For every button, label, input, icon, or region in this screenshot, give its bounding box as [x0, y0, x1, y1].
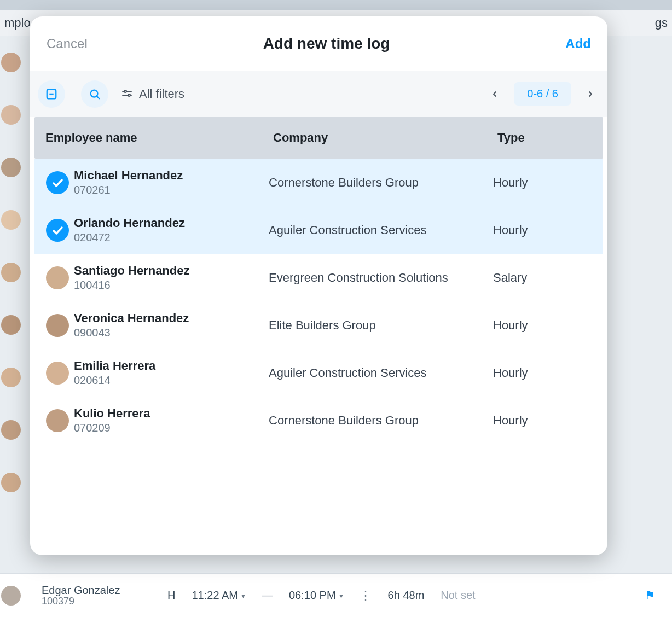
employee-name: Orlando Hernandez — [74, 216, 263, 230]
employee-row[interactable]: Orlando Hernandez020472Aguiler Construct… — [34, 206, 603, 254]
bg-bar — [0, 0, 672, 10]
employee-company: Aguiler Construction Services — [269, 366, 493, 380]
employee-id: 070261 — [74, 184, 263, 196]
employee-row[interactable]: Santiago Hernandez100416Evergreen Constr… — [34, 254, 603, 301]
sliders-icon — [120, 88, 134, 101]
pagination: 0-6 / 6 — [485, 82, 600, 106]
page-indicator[interactable]: 0-6 / 6 — [514, 82, 571, 106]
employee-company: Cornerstone Builders Group — [269, 176, 493, 190]
bg-cost: Not set — [441, 589, 475, 602]
employee-type: Hourly — [493, 318, 596, 333]
employee-id: 020614 — [74, 374, 263, 387]
bg-left-label: mplo — [4, 16, 31, 30]
avatar — [1, 263, 21, 282]
employee-id: 070209 — [74, 422, 263, 434]
employee-id: 090043 — [74, 327, 263, 339]
avatar — [1, 586, 21, 606]
bg-separator: — — [262, 589, 273, 602]
avatar — [1, 158, 21, 177]
selected-check-icon — [46, 219, 69, 242]
avatar — [46, 362, 69, 385]
employee-name: Santiago Hernandez — [74, 264, 263, 278]
employee-rows: Michael Hernandez070261Cornerstone Build… — [30, 159, 607, 555]
select-toggle-button[interactable] — [38, 80, 65, 108]
page-next-button[interactable] — [581, 85, 600, 103]
employee-row[interactable]: Michael Hernandez070261Cornerstone Build… — [34, 159, 603, 206]
svg-point-7 — [128, 94, 130, 96]
svg-point-5 — [124, 90, 126, 92]
search-button[interactable] — [81, 80, 108, 108]
employee-row[interactable]: Veronica Hernandez090043Elite Builders G… — [34, 301, 603, 349]
avatar — [1, 473, 21, 492]
employee-id: 100416 — [74, 279, 263, 292]
employee-company: Cornerstone Builders Group — [269, 414, 493, 428]
employee-type: Salary — [493, 271, 596, 285]
avatar — [1, 210, 21, 230]
avatar — [1, 315, 21, 335]
bg-row-id: 100379 — [42, 596, 151, 607]
avatar — [46, 266, 69, 289]
bg-right-label: gs — [655, 16, 668, 30]
bg-avatar-list — [0, 36, 22, 617]
divider — [73, 86, 73, 102]
avatar — [1, 53, 21, 72]
col-type: Type — [497, 131, 603, 145]
employee-id: 020472 — [74, 231, 263, 244]
flag-icon: ⚑ — [645, 589, 656, 603]
employee-name: Emilia Herrera — [74, 359, 263, 373]
employee-type: Hourly — [493, 176, 596, 190]
employee-name: Michael Hernandez — [74, 168, 263, 183]
employee-company: Elite Builders Group — [269, 318, 493, 333]
filters-button[interactable]: All filters — [120, 87, 184, 101]
cancel-button[interactable]: Cancel — [47, 36, 88, 51]
employee-type: Hourly — [493, 366, 596, 380]
bg-row-code: H — [167, 589, 175, 602]
column-header: Employee name Company Type — [34, 117, 603, 159]
employee-name: Kulio Herrera — [74, 406, 263, 421]
avatar — [46, 314, 69, 337]
filters-label: All filters — [139, 87, 184, 101]
bg-bottom-row: Edgar Gonzalez 100379 H 11:22 AM ▾ — 06:… — [0, 573, 672, 617]
add-time-log-modal: Cancel Add new time log Add All filters — [30, 16, 607, 555]
modal-header: Cancel Add new time log Add — [30, 16, 607, 71]
page-prev-button[interactable] — [485, 85, 504, 103]
toolbar: All filters 0-6 / 6 — [30, 71, 607, 117]
employee-name: Veronica Hernandez — [74, 311, 263, 325]
avatar — [1, 368, 21, 387]
employee-type: Hourly — [493, 414, 596, 428]
bg-duration: 6h 48m — [388, 589, 425, 602]
bg-time-out: 06:10 PM — [289, 589, 336, 602]
col-company: Company — [273, 131, 497, 145]
svg-line-3 — [97, 96, 100, 98]
avatar — [1, 420, 21, 440]
modal-title: Add new time log — [88, 35, 566, 53]
employee-row[interactable]: Emilia Herrera020614Aguiler Construction… — [34, 349, 603, 397]
bg-time-in: 11:22 AM — [192, 589, 238, 602]
avatar — [1, 105, 21, 125]
chevron-down-icon: ▾ — [339, 591, 343, 600]
bg-row-name: Edgar Gonzalez — [42, 584, 151, 596]
more-icon: ⋮ — [360, 589, 372, 603]
col-employee: Employee name — [45, 131, 273, 145]
employee-type: Hourly — [493, 223, 596, 237]
chevron-down-icon: ▾ — [241, 591, 245, 600]
employee-company: Evergreen Construction Solutions — [269, 271, 493, 285]
selected-check-icon — [46, 171, 69, 194]
employee-company: Aguiler Construction Services — [269, 223, 493, 237]
add-button[interactable]: Add — [565, 36, 591, 51]
employee-row[interactable]: Kulio Herrera070209Cornerstone Builders … — [34, 397, 603, 444]
avatar — [46, 409, 69, 432]
